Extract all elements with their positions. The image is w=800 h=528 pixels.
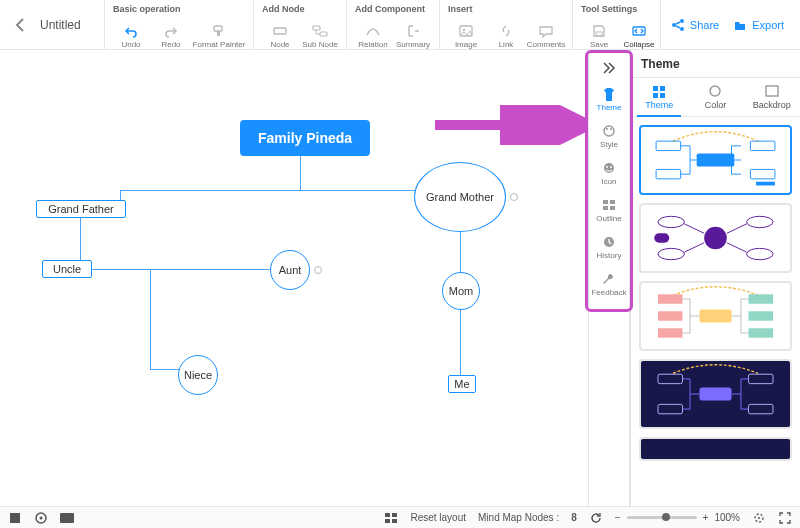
svg-point-40 [747, 248, 773, 259]
subnode-icon [312, 24, 328, 38]
expand-handle[interactable] [314, 266, 322, 274]
svg-point-39 [747, 216, 773, 227]
status-icon-1[interactable] [8, 511, 22, 525]
relation-button[interactable]: Relation [353, 17, 393, 49]
theme-tab-icon [651, 84, 667, 98]
rail-theme[interactable]: Theme [589, 82, 629, 117]
zoom-control: − + 100% [615, 512, 740, 523]
rail-icon[interactable]: Icon [589, 156, 629, 191]
status-icon-2[interactable] [34, 511, 48, 525]
smile-icon [601, 161, 617, 175]
svg-rect-2 [274, 28, 286, 34]
collapse-icon [631, 24, 647, 38]
status-bar: Reset layout Mind Map Nodes : 8 − + 100% [0, 506, 800, 528]
theme-card-4[interactable] [639, 359, 792, 429]
share-button[interactable]: Share [671, 18, 719, 32]
redo-button[interactable]: Redo [151, 17, 191, 49]
svg-rect-46 [749, 294, 774, 303]
svg-rect-50 [658, 374, 683, 383]
theme-card-1[interactable] [639, 125, 792, 195]
svg-rect-21 [603, 206, 608, 210]
expand-handle[interactable] [510, 193, 518, 201]
node-mom[interactable]: Mom [442, 272, 480, 310]
svg-rect-42 [699, 309, 731, 322]
toolbar-right: Share Export [660, 0, 794, 49]
connector [80, 269, 290, 270]
rail-collapse-button[interactable] [589, 56, 629, 80]
node-grand-father[interactable]: Grand Father [36, 200, 126, 218]
add-node-button[interactable]: Node [260, 17, 300, 49]
sidebar-title: Theme [641, 57, 680, 71]
svg-point-63 [758, 517, 760, 519]
zoom-in-button[interactable]: + [703, 512, 709, 523]
image-icon [458, 24, 474, 38]
connector [120, 190, 461, 191]
tab-color[interactable]: Color [687, 78, 743, 116]
tab-backdrop[interactable]: Backdrop [744, 78, 800, 116]
share-icon [671, 18, 685, 32]
insert-comments-button[interactable]: Comments [526, 17, 566, 49]
insert-image-button[interactable]: Image [446, 17, 486, 49]
relation-icon [365, 24, 381, 38]
svg-rect-43 [658, 294, 683, 303]
summary-button[interactable]: Summary [393, 17, 433, 49]
theme-card-5[interactable] [639, 437, 792, 461]
group-tool-settings: Tool Settings Save Collapse [572, 0, 660, 49]
node-grand-mother[interactable]: Grand Mother [414, 162, 506, 232]
svg-rect-22 [610, 206, 615, 210]
rail-style[interactable]: Style [589, 119, 629, 154]
svg-rect-24 [653, 86, 658, 91]
zoom-out-button[interactable]: − [615, 512, 621, 523]
format-painter-button[interactable]: Format Painter [191, 17, 247, 49]
group-add-component: Add Component Relation Summary [346, 0, 439, 49]
connector [150, 369, 180, 370]
svg-rect-25 [660, 86, 665, 91]
zoom-slider[interactable] [627, 516, 697, 519]
root-node[interactable]: Family Pineda [240, 120, 370, 156]
color-tab-icon [707, 84, 723, 98]
tab-theme[interactable]: Theme [631, 78, 687, 116]
toolbar-groups: Basic operation Undo Redo Format Painter… [104, 0, 660, 49]
node-me[interactable]: Me [448, 375, 476, 393]
save-button[interactable]: Save [579, 17, 619, 49]
back-button[interactable] [6, 0, 34, 49]
export-icon [733, 18, 747, 32]
palette-icon [601, 124, 617, 138]
svg-rect-48 [749, 328, 774, 337]
refresh-icon[interactable] [589, 511, 603, 525]
svg-point-18 [610, 166, 612, 168]
svg-rect-33 [750, 141, 775, 150]
document-title[interactable]: Untitled [34, 0, 104, 49]
status-icon-3[interactable] [60, 511, 74, 525]
theme-card-3[interactable] [639, 281, 792, 351]
reset-layout-icon [384, 511, 398, 525]
svg-rect-61 [392, 519, 397, 523]
svg-point-37 [658, 216, 684, 227]
node-uncle[interactable]: Uncle [42, 260, 92, 278]
node-niece[interactable]: Niece [178, 355, 218, 395]
svg-point-38 [658, 248, 684, 259]
export-button[interactable]: Export [733, 18, 784, 32]
collapse-button[interactable]: Collapse [619, 17, 659, 49]
node-aunt[interactable]: Aunt [270, 250, 310, 290]
wrench-icon [601, 272, 617, 286]
svg-point-9 [680, 19, 684, 23]
add-subnode-button[interactable]: Sub Node [300, 17, 340, 49]
sidebar-tabs: Theme Color Backdrop [631, 78, 800, 117]
connector [150, 269, 151, 369]
rail-history[interactable]: History [589, 230, 629, 265]
reset-layout-button[interactable]: Reset layout [410, 512, 466, 523]
rail-feedback[interactable]: Feedback [589, 267, 629, 302]
node-icon [272, 24, 288, 38]
svg-point-28 [710, 86, 720, 96]
chevron-double-right-icon [602, 62, 616, 74]
zoom-value: 100% [714, 512, 740, 523]
undo-button[interactable]: Undo [111, 17, 151, 49]
rail-outline[interactable]: Outline [589, 193, 629, 228]
svg-rect-52 [749, 374, 774, 383]
group-insert: Insert Image Link Comments [439, 0, 572, 49]
fullscreen-icon[interactable] [778, 511, 792, 525]
insert-link-button[interactable]: Link [486, 17, 526, 49]
fit-screen-icon[interactable] [752, 511, 766, 525]
theme-card-2[interactable] [639, 203, 792, 273]
